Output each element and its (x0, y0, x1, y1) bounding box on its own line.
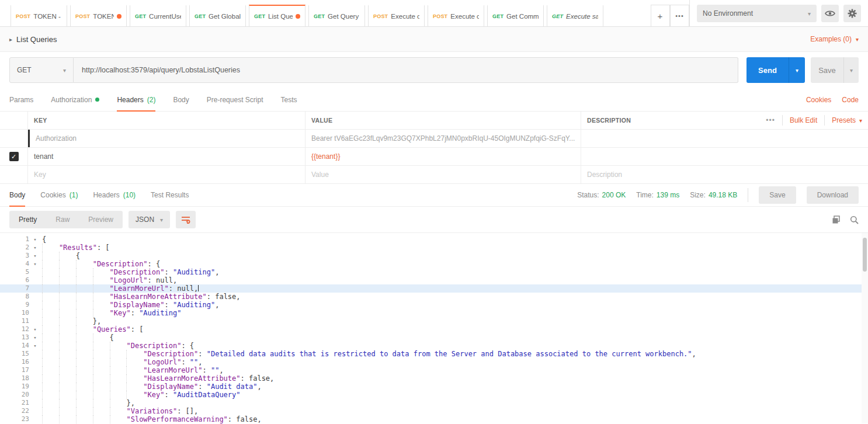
header-key-cell[interactable]: tenant (28, 148, 305, 165)
send-button[interactable]: Send (747, 57, 789, 83)
bulk-edit-link[interactable]: Bulk Edit (790, 116, 817, 124)
header-key-cell[interactable]: Authorization (28, 130, 305, 147)
code-link[interactable]: Code (842, 96, 859, 104)
new-tab-button[interactable]: + (651, 5, 670, 26)
header-description-cell[interactable] (581, 148, 868, 165)
request-tab[interactable]: POSTTOKEN - s (70, 5, 127, 26)
scrollbar-thumb[interactable] (863, 238, 867, 272)
fold-spacer (29, 284, 41, 293)
code-text[interactable]: "HasLearnMoreAttribute": false, (42, 293, 241, 301)
examples-dropdown[interactable]: Examples (0) ▾ (810, 35, 859, 43)
tab-tests[interactable]: Tests (280, 88, 297, 111)
code-text[interactable]: "DisplayName": "Auditing", (42, 301, 219, 309)
code-text[interactable]: "Queries": [ (42, 325, 143, 333)
fold-toggle-icon[interactable]: ▾ (29, 333, 41, 342)
code-text[interactable]: }, (42, 399, 135, 407)
response-tab-cookies[interactable]: Cookies(1) (40, 184, 78, 206)
fold-toggle-icon[interactable]: ▾ (29, 325, 41, 333)
more-actions-icon[interactable]: ••• (766, 116, 775, 124)
save-options-button[interactable]: ▾ (843, 57, 859, 83)
response-body-viewer[interactable]: 1▾{2▾"Results": [3▾{4▾"Description": {5"… (0, 233, 868, 423)
header-description-cell[interactable] (581, 130, 868, 147)
header-value-cell[interactable]: Bearer tV6aEGc23fLqv9m23GQ7XPhbL27jMN0px… (305, 130, 581, 147)
request-tab[interactable]: GETGet Query Me (308, 5, 365, 26)
code-text[interactable]: }, (42, 317, 101, 325)
code-text[interactable]: "Description": { (42, 342, 194, 350)
code-text[interactable]: "Key": "AuditDataQuery" (42, 391, 241, 399)
header-row: AuthorizationBearer tV6aEGc23fLqv9m23GQ7… (0, 130, 868, 148)
code-text[interactable]: "Description": "Detailed data audits tha… (42, 350, 696, 358)
header-value-cell[interactable]: {{tenant}} (305, 148, 581, 165)
line-number: 12 (0, 325, 29, 333)
json-punctuation: : false, (241, 374, 275, 383)
indent-guide (42, 284, 59, 293)
tab-params[interactable]: Params (9, 88, 33, 111)
code-text[interactable]: "LogoUrl": null, (42, 276, 177, 284)
request-tab[interactable]: POSTExecute com (428, 5, 484, 26)
row-checkbox[interactable]: ✓ (9, 152, 19, 161)
tab-pre-request-script[interactable]: Pre-request Script (207, 88, 263, 111)
request-tab[interactable]: GETList Querie (249, 5, 305, 26)
code-text[interactable]: "DisplayName": "Audit data", (42, 383, 262, 391)
json-string: "Auditing" (173, 268, 215, 276)
caret-right-icon[interactable]: ▸ (9, 36, 12, 43)
request-tab[interactable]: POSTTOKEN - user (11, 5, 67, 26)
tab-overflow-button[interactable]: ••• (670, 5, 689, 26)
request-tab[interactable]: GETGet Global Var (189, 5, 246, 26)
request-tab[interactable]: POSTExecute com (368, 5, 425, 26)
download-response-button[interactable]: Download (807, 186, 859, 204)
fold-toggle-icon[interactable]: ▾ (29, 252, 41, 260)
code-text[interactable]: { (42, 333, 114, 342)
view-mode-pretty[interactable]: Pretty (9, 211, 46, 228)
code-text[interactable]: "LogoUrl": "", (42, 358, 203, 366)
send-options-button[interactable]: ▾ (789, 57, 805, 83)
code-text[interactable]: { (42, 235, 46, 244)
request-tab[interactable]: GETCurrentUser (130, 5, 186, 26)
request-tab[interactable]: GETExecute saved (547, 5, 603, 26)
method-selector[interactable]: GET ▾ (9, 57, 74, 83)
fold-toggle-icon[interactable]: ▾ (29, 244, 41, 252)
code-text[interactable]: "Variations": [], (42, 407, 198, 415)
json-punctuation: : (164, 268, 172, 276)
code-text[interactable]: "Key": "Auditing" (42, 309, 181, 317)
header-key-cell[interactable]: Key (28, 166, 305, 183)
format-selector[interactable]: JSON ▾ (129, 211, 170, 228)
code-text[interactable]: "HasLearnMoreAttribute": false, (42, 374, 274, 383)
save-button[interactable]: Save (811, 57, 843, 83)
fold-toggle-icon[interactable]: ▾ (29, 342, 41, 350)
header-description-cell[interactable]: Description (581, 166, 868, 183)
request-tab[interactable]: GETGet Command (487, 5, 544, 26)
fold-toggle-icon[interactable]: ▾ (29, 260, 41, 268)
tab-authorization[interactable]: Authorization (51, 88, 99, 111)
settings-button[interactable] (843, 5, 861, 22)
code-text[interactable]: "Description": "Auditing", (42, 268, 219, 276)
url-input[interactable]: http://localhost:3579/api/query/LobstaLi… (74, 57, 738, 83)
view-mode-preview[interactable]: Preview (79, 211, 123, 228)
presets-dropdown[interactable]: Presets ▾ (832, 116, 862, 124)
code-text[interactable]: { (42, 252, 80, 260)
json-punctuation: : [ (131, 325, 144, 333)
response-tab-headers[interactable]: Headers(10) (93, 184, 136, 206)
environment-quicklook-button[interactable] (821, 5, 839, 22)
code-text[interactable]: "SlowPerformanceWarning": false, (42, 415, 262, 423)
code-text[interactable]: "LearnMoreUrl": "", (42, 366, 224, 374)
code-text[interactable]: "Description": { (42, 260, 160, 268)
response-tab-test-results[interactable]: Test Results (151, 184, 189, 206)
header-value-cell[interactable]: Value (305, 166, 581, 183)
wrap-text-button[interactable] (176, 211, 196, 228)
view-mode-raw[interactable]: Raw (46, 211, 79, 228)
tab-headers[interactable]: Headers(2) (117, 88, 155, 111)
method-label: GET (254, 13, 265, 19)
code-text[interactable]: "LearnMoreUrl": null, (42, 284, 199, 293)
code-text[interactable]: "Results": [ (42, 244, 110, 252)
fold-toggle-icon[interactable]: ▾ (29, 235, 41, 244)
save-response-button[interactable]: Save (759, 186, 796, 204)
indent-guide (59, 325, 76, 333)
environment-selector[interactable]: No Environment ▾ (697, 5, 817, 22)
json-punctuation: }, (126, 399, 134, 407)
search-response-button[interactable] (850, 216, 859, 224)
copy-response-button[interactable] (832, 216, 841, 224)
cookies-link[interactable]: Cookies (806, 96, 831, 104)
response-tab-body[interactable]: Body (9, 184, 25, 206)
tab-body[interactable]: Body (173, 88, 189, 111)
